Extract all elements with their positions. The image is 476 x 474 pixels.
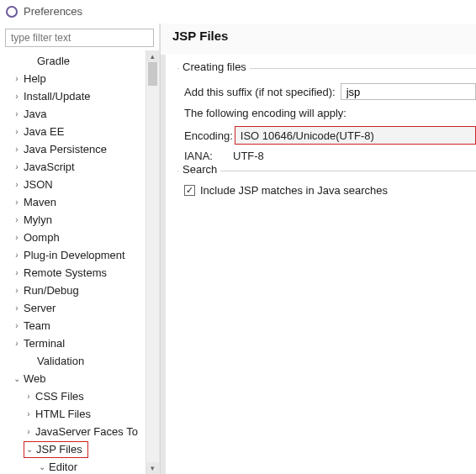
chevron-right-icon[interactable]: ›	[12, 127, 22, 136]
title-bar: Preferences	[0, 0, 476, 24]
highlighted-node[interactable]: ⌄JSP Files	[24, 441, 88, 458]
chevron-right-icon[interactable]: ›	[12, 162, 22, 171]
suffix-label: Add this suffix (if not specified):	[184, 86, 336, 98]
tree-node[interactable]: ›Java	[0, 105, 159, 123]
page-title: JSP Files	[172, 29, 476, 43]
tree-node[interactable]: ›JavaScript	[0, 158, 159, 176]
chevron-right-icon[interactable]: ›	[24, 392, 34, 401]
chevron-right-icon[interactable]: ›	[12, 109, 22, 118]
chevron-right-icon[interactable]: ›	[12, 250, 22, 260]
tree-node[interactable]: ›Gradle	[0, 52, 159, 70]
tree-node-label: Plug-in Development	[22, 249, 125, 261]
preferences-tree[interactable]: ›Gradle›Help›Install/Update›Java›Java EE…	[0, 50, 159, 474]
tree-node-label: Team	[22, 319, 50, 332]
tree-node[interactable]: ›Team	[0, 317, 159, 334]
chevron-down-icon[interactable]: ⌄	[24, 445, 34, 454]
tree-node-label: Terminal	[22, 337, 65, 350]
tree-node-label: JavaServer Faces To	[34, 425, 138, 438]
tree-node[interactable]: ›JavaServer Faces To	[0, 423, 159, 440]
tree-node-label: Editor	[47, 461, 77, 473]
tree-node-label: CSS Files	[34, 390, 84, 403]
iana-value: UTF-8	[233, 150, 264, 162]
tree-node[interactable]: ›Maven	[0, 193, 159, 211]
tree-node[interactable]: ⌄Web	[0, 370, 159, 387]
chevron-right-icon[interactable]: ›	[24, 427, 34, 436]
tree-node[interactable]: ›CSS Files	[0, 387, 159, 405]
tree-node-label: Mylyn	[22, 213, 52, 226]
tree-node[interactable]: ›Install/Update	[0, 87, 159, 105]
svg-point-0	[7, 7, 17, 17]
tree-node-label: Install/Update	[22, 90, 91, 103]
tree-node[interactable]: ›Validation	[0, 352, 159, 370]
chevron-right-icon[interactable]: ›	[12, 215, 22, 224]
tree-node[interactable]: ›Mylyn	[0, 211, 159, 229]
scroll-thumb[interactable]	[148, 62, 157, 86]
tree-node-label: JavaScript	[22, 161, 75, 173]
tree-node-label: JSP Files	[34, 443, 82, 456]
tree-node-label: Oomph	[22, 231, 60, 244]
chevron-right-icon[interactable]: ›	[12, 180, 22, 189]
chevron-right-icon[interactable]: ›	[12, 145, 22, 154]
chevron-right-icon[interactable]: ›	[12, 339, 22, 348]
encoding-label: Encoding:	[184, 129, 233, 142]
tree-node-label: Web	[22, 372, 46, 385]
chevron-right-icon[interactable]: ›	[12, 233, 22, 242]
encoding-note: The following encoding will apply:	[184, 107, 346, 119]
group-label-search: Search	[179, 163, 220, 176]
tree-node[interactable]: ›Remote Systems	[0, 264, 159, 282]
right-pane: JSP Files Creating files Add this suffix…	[160, 24, 476, 474]
tree-node-label: Java Persistence	[22, 143, 107, 155]
tree-scrollbar[interactable]: ▴ ▾	[145, 50, 159, 474]
tree-node-label: Remote Systems	[22, 266, 107, 279]
suffix-input[interactable]	[341, 83, 476, 100]
tree-node-label: Maven	[22, 196, 56, 208]
chevron-right-icon[interactable]: ›	[12, 268, 22, 277]
chevron-right-icon[interactable]: ›	[12, 198, 22, 207]
include-jsp-checkbox[interactable]: ✓	[184, 185, 195, 196]
encoding-select[interactable]: ISO 10646/Unicode(UTF-8)	[235, 126, 476, 145]
tree-node[interactable]: ⌄Editor	[0, 458, 159, 474]
tree-node[interactable]: ›Java Persistence	[0, 140, 159, 158]
group-search: Search ✓ Include JSP matches in Java sea…	[177, 171, 476, 197]
include-jsp-label: Include JSP matches in Java searches	[200, 184, 388, 197]
tree-node[interactable]: ›Java EE	[0, 123, 159, 140]
tree-node[interactable]: ›JSON	[0, 176, 159, 193]
tree-node[interactable]: ›Server	[0, 299, 159, 317]
tree-node-label: Server	[22, 302, 56, 314]
chevron-down-icon[interactable]: ⌄	[37, 462, 47, 471]
window-title: Preferences	[24, 5, 82, 18]
tree-node[interactable]: ›HTML Files	[0, 405, 159, 423]
tree-node[interactable]: ›Oomph	[0, 229, 159, 246]
chevron-right-icon[interactable]: ›	[12, 303, 22, 313]
tree-node[interactable]: ⌄JSP Files	[0, 440, 159, 458]
encoding-value: ISO 10646/Unicode(UTF-8)	[241, 129, 374, 142]
iana-label: IANA:	[184, 150, 233, 162]
tree-node-label: JSON	[22, 178, 53, 191]
tree-node-label: Help	[22, 72, 46, 85]
tree-node-label: Java	[22, 108, 46, 120]
filter-input[interactable]	[5, 29, 154, 47]
chevron-right-icon[interactable]: ›	[12, 92, 22, 101]
tree-node-label: HTML Files	[34, 408, 91, 420]
tree-node-label: Gradle	[35, 55, 70, 67]
chevron-right-icon[interactable]: ›	[12, 321, 22, 330]
group-creating-files: Creating files Add this suffix (if not s…	[177, 68, 476, 162]
scroll-down-icon[interactable]: ▾	[146, 462, 159, 474]
tree-node-label: Validation	[35, 355, 84, 367]
chevron-right-icon[interactable]: ›	[12, 286, 22, 295]
scroll-up-icon[interactable]: ▴	[146, 50, 159, 62]
tree-node[interactable]: ›Plug-in Development	[0, 246, 159, 264]
chevron-right-icon[interactable]: ›	[24, 409, 34, 419]
tree-node[interactable]: ›Run/Debug	[0, 282, 159, 299]
tree-node-label: Run/Debug	[22, 284, 79, 297]
app-icon	[5, 5, 19, 18]
left-pane: ›Gradle›Help›Install/Update›Java›Java EE…	[0, 24, 160, 474]
chevron-down-icon[interactable]: ⌄	[12, 374, 22, 383]
group-label-creating: Creating files	[179, 61, 250, 73]
tree-node[interactable]: ›Terminal	[0, 334, 159, 352]
chevron-right-icon[interactable]: ›	[12, 74, 22, 83]
tree-node-label: Java EE	[22, 125, 64, 138]
tree-node[interactable]: ›Help	[0, 70, 159, 87]
